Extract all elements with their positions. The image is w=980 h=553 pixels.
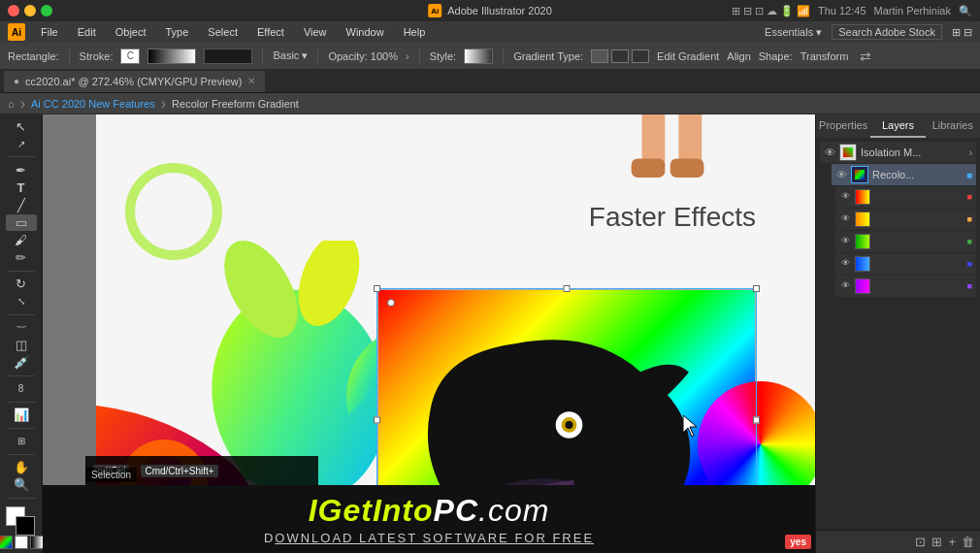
layer-item-6[interactable]: 👁 ■ bbox=[835, 253, 976, 275]
stroke-color-box[interactable] bbox=[16, 516, 35, 536]
search-icon[interactable]: 🔍 bbox=[959, 5, 972, 17]
color-mode-buttons bbox=[0, 536, 44, 549]
none-btn[interactable] bbox=[15, 536, 28, 549]
layer-eye-6[interactable]: 👁 bbox=[839, 258, 851, 270]
layer-eye-5[interactable]: 👁 bbox=[839, 236, 851, 247]
menu-view[interactable]: View bbox=[300, 26, 331, 38]
title-bar-right: ⊞ ⊟ ⊡ ☁ 🔋 📶 Thu 12:45 Martin Perhiniak 🔍 bbox=[732, 5, 972, 17]
gradient-linear-btn[interactable] bbox=[591, 49, 608, 63]
menu-type[interactable]: Type bbox=[162, 26, 193, 38]
stroke-color[interactable]: C bbox=[120, 49, 140, 64]
selection-text: Selection bbox=[85, 468, 137, 482]
menu-effect[interactable]: Effect bbox=[253, 26, 288, 38]
main-layout: ↖ ↗ ✒ T ╱ ▭ 🖌 ✏ ↻ ⤡ 〰 ◫ 💉 8 📊 ⊞ ✋ 🔍 bbox=[0, 114, 980, 553]
layer-thumb-recolo-inner bbox=[855, 170, 865, 179]
direct-select-tool[interactable]: ↗ bbox=[6, 136, 37, 151]
layer-eye-3[interactable]: 👁 bbox=[839, 191, 851, 203]
paintbrush-tool[interactable]: 🖌 bbox=[6, 233, 37, 248]
transform-label[interactable]: Transform bbox=[800, 50, 849, 62]
hand-tool[interactable]: ✋ bbox=[6, 459, 37, 474]
style-preview[interactable] bbox=[464, 49, 493, 64]
layer-eye-recolo[interactable]: 👁 bbox=[835, 169, 847, 180]
layer-thumb-isolation bbox=[839, 144, 857, 161]
layer-item-5[interactable]: 👁 ■ bbox=[835, 231, 976, 252]
gradient-freeform-btn[interactable] bbox=[632, 49, 649, 63]
tab-icon: ● bbox=[14, 76, 19, 86]
tab-properties[interactable]: Properties bbox=[816, 114, 870, 138]
make-clipping-mask-btn[interactable]: ⊡ bbox=[915, 535, 926, 549]
layer-eye-isolation[interactable]: 👁 bbox=[824, 146, 835, 158]
tool-sep1 bbox=[8, 156, 35, 157]
style-basic[interactable]: Basic ▾ bbox=[273, 49, 308, 62]
rotate-tool[interactable]: ↻ bbox=[6, 276, 37, 292]
stroke-style[interactable] bbox=[147, 49, 196, 64]
yes-badge: yes bbox=[785, 535, 811, 549]
layer-arrow-isolation[interactable]: › bbox=[969, 147, 972, 158]
window-controls[interactable] bbox=[8, 5, 52, 16]
menu-window[interactable]: Window bbox=[343, 26, 388, 38]
svg-rect-3 bbox=[670, 158, 704, 178]
shortcut2: Cmd/Ctrl+Shift+ bbox=[141, 465, 217, 476]
color-mode-btn[interactable] bbox=[0, 536, 13, 549]
type-tool[interactable]: T bbox=[6, 179, 37, 195]
edit-gradient-btn[interactable]: Edit Gradient bbox=[657, 50, 719, 62]
create-new-sublayer-btn[interactable]: ⊞ bbox=[931, 535, 942, 549]
layer-eye-4[interactable]: 👁 bbox=[839, 213, 851, 225]
fullscreen-button[interactable] bbox=[41, 5, 52, 16]
eyedropper-tool[interactable]: 💉 bbox=[6, 355, 37, 371]
scale-tool[interactable]: ⤡ bbox=[6, 294, 37, 309]
menu-select[interactable]: Select bbox=[204, 26, 242, 38]
pen-tool[interactable]: ✒ bbox=[6, 162, 37, 178]
stroke-weight[interactable] bbox=[204, 49, 252, 64]
system-icons: ⊞ ⊟ ⊡ ☁ 🔋 📶 bbox=[732, 5, 810, 17]
warp-tool[interactable]: 〰 bbox=[6, 320, 37, 336]
pencil-tool[interactable]: ✏ bbox=[6, 250, 37, 266]
select-tool[interactable]: ↖ bbox=[6, 118, 37, 134]
gradient-btn[interactable] bbox=[30, 536, 44, 549]
blend-tool[interactable]: 8 bbox=[6, 381, 37, 397]
tab-libraries[interactable]: Libraries bbox=[926, 114, 980, 138]
layers-panel: 👁 Isolation M... › 👁 Recolo... ■ bbox=[820, 142, 976, 297]
gradient-tool[interactable]: ◫ bbox=[6, 338, 37, 353]
create-new-layer-btn[interactable]: + bbox=[948, 535, 956, 549]
breadcrumb-item2[interactable]: Recolor Freeform Gradient bbox=[172, 98, 299, 110]
layer-item-7[interactable]: 👁 ■ bbox=[835, 276, 976, 297]
menu-help[interactable]: Help bbox=[400, 26, 430, 38]
delete-layer-btn[interactable]: 🗑 bbox=[962, 535, 974, 549]
banner-sub-text: Download Latest Software for Free bbox=[264, 531, 594, 545]
layer-eye-7[interactable]: 👁 bbox=[839, 280, 851, 292]
menu-file[interactable]: File bbox=[37, 26, 62, 38]
gradient-radial-btn[interactable] bbox=[611, 49, 629, 63]
shape-tool[interactable]: ▭ bbox=[6, 214, 37, 230]
layer-item-recolo[interactable]: 👁 Recolo... ■ bbox=[832, 164, 976, 185]
home-icon[interactable]: ⌂ bbox=[8, 98, 15, 110]
style-label[interactable]: Style: bbox=[430, 50, 457, 62]
document-tab[interactable]: ● cc2020.ai* @ 272.46% (CMYK/GPU Preview… bbox=[4, 71, 266, 92]
menu-object[interactable]: Object bbox=[112, 26, 150, 38]
banner-highlight-into: Into bbox=[373, 493, 434, 528]
line-tool[interactable]: ╱ bbox=[6, 197, 37, 212]
column-graph-tool[interactable]: 📊 bbox=[6, 407, 37, 423]
layer-item-4[interactable]: 👁 ■ bbox=[835, 209, 976, 230]
menu-edit[interactable]: Edit bbox=[74, 26, 100, 38]
align-label[interactable]: Align bbox=[727, 50, 750, 62]
tab-close-button[interactable]: ✕ bbox=[247, 76, 255, 86]
artboard-tool[interactable]: ⊞ bbox=[6, 434, 37, 449]
color-boxes[interactable] bbox=[6, 506, 37, 529]
layer-thumb-7 bbox=[855, 278, 870, 294]
canvas-area[interactable]: Faster Effects bbox=[43, 114, 815, 553]
faster-effects-text: Faster Effects bbox=[589, 202, 756, 233]
layer-item-isolation[interactable]: 👁 Isolation M... › bbox=[820, 142, 976, 163]
zoom-tool[interactable]: 🔍 bbox=[6, 477, 37, 493]
minimize-button[interactable] bbox=[24, 5, 36, 16]
opacity-arrow[interactable]: › bbox=[406, 50, 409, 62]
transform-icon[interactable]: ⇄ bbox=[860, 49, 871, 64]
essentials-dropdown[interactable]: Essentials ▾ bbox=[765, 26, 822, 39]
search-stock[interactable]: Search Adobe Stock bbox=[832, 24, 942, 40]
layer-color-5: ■ bbox=[967, 237, 972, 246]
arrange-icons[interactable]: ⊞ ⊟ bbox=[952, 26, 972, 39]
breadcrumb-item1[interactable]: Ai CC 2020 New Features bbox=[31, 98, 155, 110]
close-button[interactable] bbox=[8, 5, 19, 16]
tab-layers[interactable]: Layers bbox=[870, 114, 925, 138]
layer-item-3[interactable]: 👁 ■ bbox=[835, 186, 976, 208]
